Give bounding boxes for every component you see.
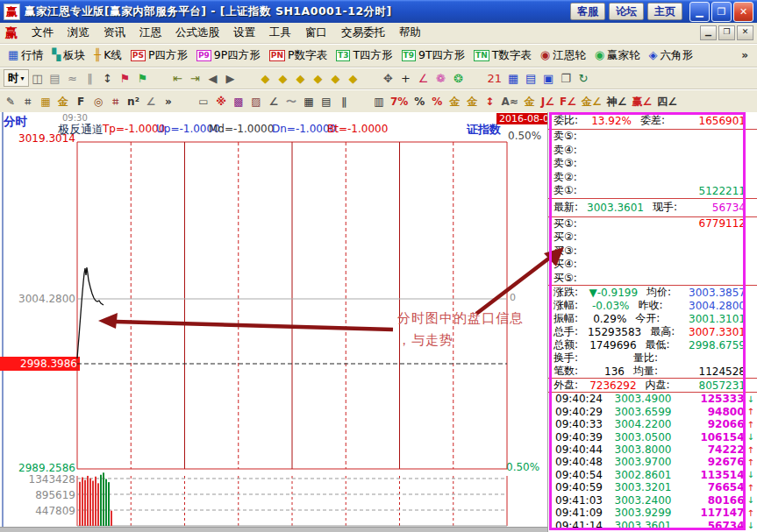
minimize-button[interactable]: ▁ xyxy=(689,2,710,22)
pan-hand-button[interactable]: ✥ xyxy=(380,69,397,87)
pencil-tool-button[interactable]: ✎ xyxy=(2,93,19,110)
prev-button[interactable]: ◀ xyxy=(204,69,222,87)
9p-square-button[interactable]: P9 9P四方形 xyxy=(192,46,265,65)
menu-browse[interactable]: 浏览 xyxy=(61,24,96,42)
dense-grid-tool-button[interactable]: ▦ xyxy=(300,93,318,110)
angle-line-tool-button[interactable]: ∠ xyxy=(142,93,160,110)
sectors-button[interactable]: ▚ 板块 xyxy=(47,46,89,65)
cycle-tool-button[interactable]: ❂ xyxy=(450,69,468,87)
percent-tool-button[interactable]: % xyxy=(411,93,428,110)
sep3[interactable] xyxy=(362,69,380,87)
menu-trade-order[interactable]: 交易委托 xyxy=(334,24,392,42)
last-page-button[interactable]: ⇥ xyxy=(187,69,204,87)
t-number-table-button[interactable]: TN T数字表 xyxy=(469,46,536,65)
child-minimize-button[interactable]: ▁ xyxy=(700,25,717,40)
pane-layout-button[interactable]: ◫ xyxy=(29,69,46,87)
close-button[interactable]: ✕ xyxy=(733,2,753,22)
diamond-h-shrink-button[interactable]: ◆ xyxy=(310,69,327,87)
9t-square-button[interactable]: T9 9T四方形 xyxy=(397,46,470,65)
time-grid-tool-button[interactable]: ⌗ xyxy=(107,93,125,110)
ab-wave-tool-button[interactable]: A≈ xyxy=(498,93,520,110)
menu-tools[interactable]: 工具 xyxy=(262,24,298,42)
winner-wheel-button[interactable]: ◉ 赢家轮 xyxy=(590,46,645,65)
p-number-table-button[interactable]: PN P数字表 xyxy=(265,46,332,65)
sparse-grid-tool-button[interactable]: ▤ xyxy=(318,93,335,110)
gold-circle-tool-button[interactable]: 金 xyxy=(446,93,463,110)
fan-lines-tool-button[interactable]: ※ xyxy=(212,93,230,110)
price-mark-tool-button[interactable]: ↕ xyxy=(481,93,498,110)
measure-button[interactable]: ∠ xyxy=(415,69,432,87)
wave-tool-button[interactable]: 〜 xyxy=(282,93,300,110)
gann-wheel-button[interactable]: ◉ 江恩轮 xyxy=(536,46,590,65)
bar-chart-button[interactable]: ‖ xyxy=(82,69,99,87)
angles-tool-button[interactable]: ∠ xyxy=(265,93,282,110)
menu-gann[interactable]: 江恩 xyxy=(132,24,168,42)
calculator-button[interactable]: ▦ xyxy=(504,69,522,87)
crosshair-button[interactable]: + xyxy=(397,69,415,87)
price-scale-tool-button[interactable]: ▥ xyxy=(370,93,388,110)
p-square-button[interactable]: PS P四方形 xyxy=(126,46,192,65)
j-angle-tool-button[interactable]: J∠ xyxy=(539,93,557,110)
diamond-h-expand-button[interactable]: ◆ xyxy=(292,69,310,87)
menu-window[interactable]: 窗口 xyxy=(298,24,334,42)
menu-formula-stock-pick[interactable]: 公式选股 xyxy=(168,24,226,42)
color-flag-button[interactable]: ⚑ xyxy=(134,69,152,87)
golden-grid-tool-button[interactable]: 金 xyxy=(54,93,72,110)
win-angle-tool-button[interactable]: 赢∠ xyxy=(629,93,654,110)
diamond-v-shrink-button[interactable]: ◆ xyxy=(345,69,362,87)
diamond-v-expand-button[interactable]: ◆ xyxy=(327,69,345,87)
first-page-button[interactable]: ⇤ xyxy=(169,69,187,87)
hexagon-button[interactable]: ◈ 六角形 xyxy=(645,46,698,65)
sep1[interactable] xyxy=(152,69,169,87)
percent-retrace-tool-button[interactable]: 7% xyxy=(388,93,411,110)
notes-button[interactable]: ▤ xyxy=(522,69,539,87)
gold-line-tool-button[interactable]: 金 xyxy=(463,93,481,110)
kline-button[interactable]: ╫ K线 xyxy=(89,46,126,65)
f-angle-tool-button[interactable]: F∠ xyxy=(557,93,579,110)
save-button[interactable]: ▣ xyxy=(539,69,557,87)
gold-square-tool-button[interactable]: 金 xyxy=(521,93,539,110)
report-button[interactable]: ▤ xyxy=(46,69,64,87)
sep4[interactable] xyxy=(468,69,485,87)
draw-overflow[interactable]: » xyxy=(160,93,177,110)
four-angle-tool-button[interactable]: 四∠ xyxy=(654,93,680,110)
hatch-box-tool-button[interactable]: ▨ xyxy=(247,93,265,110)
diamond-left-button[interactable]: ◆ xyxy=(257,69,275,87)
menu-file[interactable]: 文件 xyxy=(25,24,61,42)
calendar-button[interactable]: 21 xyxy=(485,69,505,87)
diamond-right-button[interactable]: ◆ xyxy=(275,69,292,87)
menu-settings[interactable]: 设置 xyxy=(226,24,262,42)
spiral-tool-button[interactable]: ◎ xyxy=(89,93,107,110)
grid-tool-button[interactable]: ⌗ xyxy=(19,93,37,110)
gold-angle-tool-button[interactable]: 金∠ xyxy=(579,93,604,110)
home-button[interactable]: 主页 xyxy=(647,3,682,20)
n2-tool-button[interactable]: n² xyxy=(125,93,142,110)
parallel-lines-tool-button[interactable]: ∥ xyxy=(335,93,353,110)
child-close-button[interactable]: ✕ xyxy=(737,25,753,40)
scale-slider-button[interactable]: ↕ xyxy=(99,69,117,87)
menu-news[interactable]: 资讯 xyxy=(96,24,132,42)
period-dropdown[interactable]: 时 ▾ xyxy=(4,69,29,87)
red-marker-button[interactable]: ⚑ xyxy=(117,69,134,87)
next-button[interactable]: ▶ xyxy=(222,69,239,87)
print-button[interactable]: ❐ xyxy=(557,69,575,87)
percent-line-tool-button[interactable]: % xyxy=(428,93,446,110)
quotes-button[interactable]: ▦ 行情 xyxy=(4,46,47,65)
sep2[interactable] xyxy=(239,69,257,87)
customer-service-button[interactable]: 客服 xyxy=(570,3,605,20)
child-restore-button[interactable]: ❐ xyxy=(718,25,735,40)
gann-grid-tool-button[interactable]: ▦ xyxy=(37,93,54,110)
toolbar-overflow-chevron[interactable]: » xyxy=(741,49,753,61)
refresh-button[interactable]: ↻ xyxy=(575,69,592,87)
menu-help[interactable]: 帮助 xyxy=(392,24,428,42)
box-tool-button[interactable]: ▭ xyxy=(195,93,212,110)
maximize-button[interactable]: ❐ xyxy=(711,2,732,22)
line-chart-button[interactable]: ≈ xyxy=(64,69,82,87)
t-square-button[interactable]: T3 T四方形 xyxy=(332,46,397,65)
sepA[interactable] xyxy=(177,93,195,110)
fib-tool-button[interactable]: F xyxy=(72,93,89,110)
gann-shape-button[interactable]: ❁ xyxy=(432,69,450,87)
forum-button[interactable]: 论坛 xyxy=(609,3,644,20)
sepB[interactable] xyxy=(353,93,370,110)
gann-box-tool-button[interactable]: ▩ xyxy=(230,93,247,110)
